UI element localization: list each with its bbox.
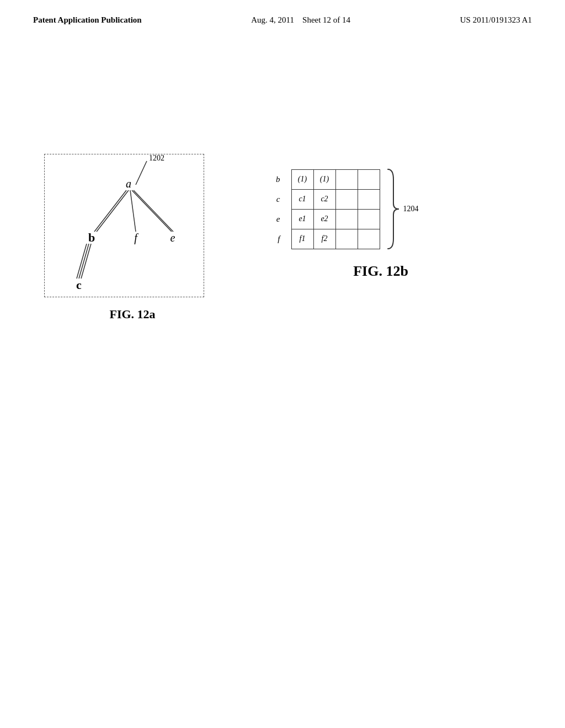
row-label-f: f — [276, 229, 284, 249]
table-row: e1 e2 — [291, 209, 380, 229]
fig12b-row-labels: b c e f — [276, 169, 284, 249]
cell-e4 — [358, 209, 380, 229]
brace-area: 1204 — [386, 168, 419, 250]
svg-line-2 — [94, 190, 126, 232]
svg-text:c: c — [76, 278, 82, 292]
main-content: 1202 a b f — [0, 25, 565, 709]
row-label-e: e — [276, 209, 284, 229]
row-label-c: c — [276, 189, 284, 209]
publication-title: Patent Application Publication — [33, 15, 142, 25]
cell-c2: c2 — [313, 189, 335, 209]
fig12a-container: 1202 a b f — [44, 152, 221, 322]
fig12b-table-wrap: b c e f (1) (1) c1 c2 — [276, 168, 486, 250]
fig12b-container: b c e f (1) (1) c1 c2 — [276, 168, 486, 280]
svg-line-6 — [134, 190, 173, 232]
svg-line-0 — [136, 161, 147, 185]
cell-e1: e1 — [291, 209, 313, 229]
cell-f2: f2 — [313, 229, 335, 249]
svg-line-11 — [79, 244, 89, 279]
svg-line-12 — [81, 244, 91, 279]
cell-f4 — [358, 229, 380, 249]
table-row: (1) (1) — [291, 169, 380, 189]
page-header: Patent Application Publication Aug. 4, 2… — [0, 0, 565, 25]
fig12b-table: (1) (1) c1 c2 e1 e2 — [291, 169, 380, 249]
table-row: c1 c2 — [291, 189, 380, 209]
row-label-b: b — [276, 169, 284, 189]
fig12a-box: a b f e — [44, 154, 204, 297]
svg-text:b: b — [88, 231, 95, 244]
fig12b-caption: FIG. 12b — [276, 263, 486, 280]
cell-b2: (1) — [313, 169, 335, 189]
cell-e2: e2 — [313, 209, 335, 229]
svg-line-4 — [130, 190, 136, 232]
cell-c1: c1 — [291, 189, 313, 209]
cell-f1: f1 — [291, 229, 313, 249]
svg-text:e: e — [170, 232, 175, 244]
svg-line-5 — [132, 190, 172, 232]
cell-c4 — [358, 189, 380, 209]
cell-c3 — [335, 189, 358, 209]
svg-line-10 — [77, 244, 87, 279]
cell-e3 — [335, 209, 358, 229]
svg-text:a: a — [126, 178, 131, 190]
cell-b4 — [358, 169, 380, 189]
table-row: f1 f2 — [291, 229, 380, 249]
svg-line-3 — [97, 190, 129, 232]
fig12a-caption: FIG. 12a — [44, 307, 221, 322]
cell-b3 — [335, 169, 358, 189]
patent-number: US 2011/0191323 A1 — [460, 15, 532, 25]
publication-date: Aug. 4, 2011 — [251, 15, 294, 24]
svg-text:f: f — [134, 232, 138, 244]
curly-brace-icon — [386, 168, 401, 250]
cell-b1: (1) — [291, 169, 313, 189]
fig12a-diagram: a b f e — [45, 154, 205, 298]
publication-date-sheet: Aug. 4, 2011 Sheet 12 of 14 — [251, 15, 350, 25]
sheet-info: Sheet 12 of 14 — [302, 15, 350, 24]
cell-f3 — [335, 229, 358, 249]
fig12b-ref-label: 1204 — [403, 205, 419, 213]
